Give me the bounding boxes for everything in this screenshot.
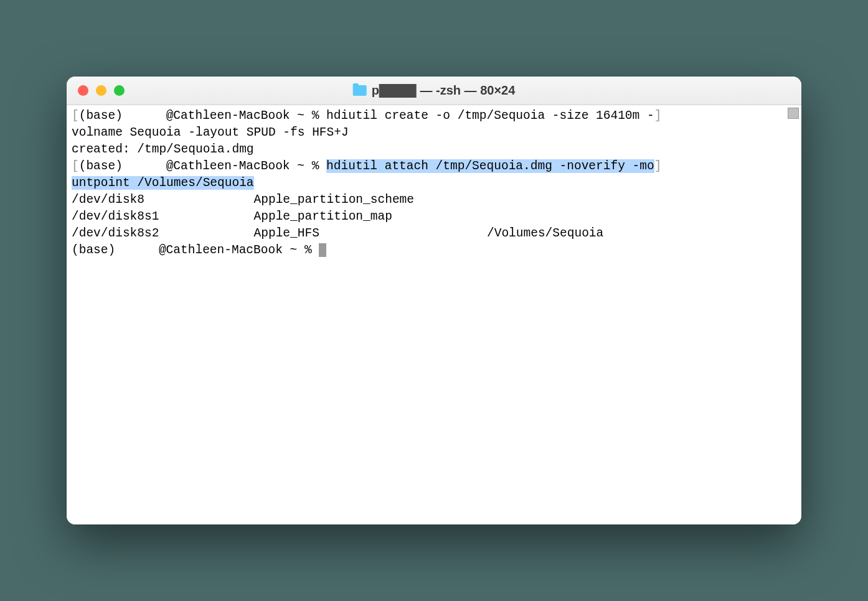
terminal-content[interactable]: [(base) @Cathleen-MacBook ~ % hdiutil cr… xyxy=(67,105,801,524)
bracket-close: ] xyxy=(654,159,662,173)
prompt-prefix: (base) xyxy=(79,109,130,123)
terminal-line-5: untpoint /Volumes/Sequoia xyxy=(72,175,796,192)
terminal-line-2: volname Sequoia -layout SPUD -fs HFS+J xyxy=(72,124,796,141)
selected-command-cont: untpoint /Volumes/Sequoia xyxy=(72,176,254,190)
title-obscured xyxy=(379,84,417,98)
titlebar[interactable]: p — -zsh — 80×24 xyxy=(67,77,801,105)
terminal-line-8: /dev/disk8s2 Apple_HFS /Volumes/Sequoia xyxy=(72,225,796,242)
terminal-line-7: /dev/disk8s1 Apple_partition_map xyxy=(72,208,796,225)
terminal-line-4: [(base) @Cathleen-MacBook ~ % hdiutil at… xyxy=(72,158,796,175)
terminal-window: p — -zsh — 80×24 [(base) @Cathleen-MacBo… xyxy=(67,77,801,524)
prompt-host: @Cathleen-MacBook ~ % xyxy=(166,159,326,173)
prompt-host: @Cathleen-MacBook ~ % xyxy=(166,109,326,123)
window-title: p — -zsh — 80×24 xyxy=(353,83,516,98)
terminal-line-9: (base) @Cathleen-MacBook ~ % xyxy=(72,242,796,259)
title-suffix: — -zsh — 80×24 xyxy=(417,83,515,97)
username-obscured xyxy=(123,245,159,257)
selected-command: hdiutil attach /tmp/Sequoia.dmg -noverif… xyxy=(326,159,654,173)
bracket-open: [ xyxy=(72,109,79,123)
username-obscured xyxy=(130,161,166,173)
scroll-indicator-icon[interactable] xyxy=(788,108,799,119)
folder-icon xyxy=(353,85,367,96)
terminal-line-6: /dev/disk8 Apple_partition_scheme xyxy=(72,192,796,208)
minimize-button[interactable] xyxy=(96,85,106,96)
cursor-icon xyxy=(319,243,326,257)
command-text: hdiutil create -o /tmp/Sequoia -size 164… xyxy=(326,109,654,123)
title-prefix: p xyxy=(372,83,379,97)
prompt-prefix: (base) xyxy=(72,243,123,257)
traffic-lights xyxy=(78,85,125,96)
bracket-close: ] xyxy=(654,109,662,123)
prompt-host: @Cathleen-MacBook ~ % xyxy=(159,243,319,257)
bracket-open: [ xyxy=(72,159,79,173)
prompt-prefix: (base) xyxy=(79,159,130,173)
zoom-button[interactable] xyxy=(114,85,125,96)
username-obscured xyxy=(130,110,166,123)
close-button[interactable] xyxy=(78,85,88,96)
terminal-line-3: created: /tmp/Sequoia.dmg xyxy=(72,141,796,158)
terminal-line-1: [(base) @Cathleen-MacBook ~ % hdiutil cr… xyxy=(72,108,796,124)
